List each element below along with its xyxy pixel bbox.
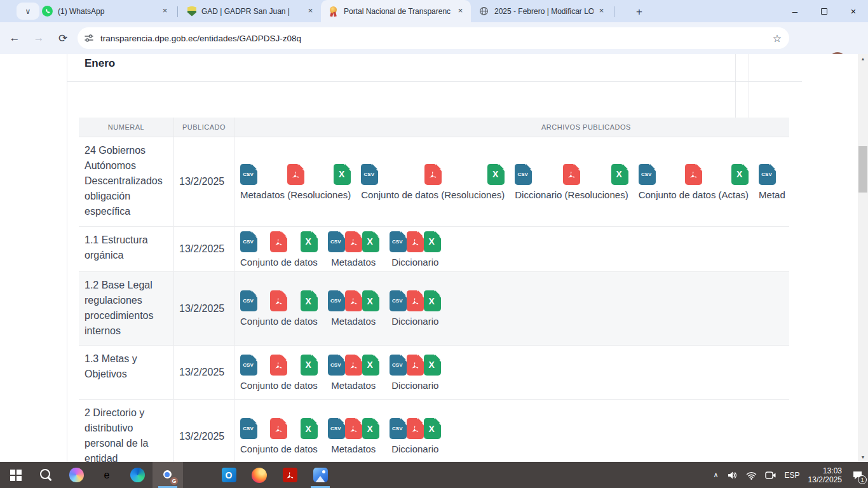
file-group-label[interactable]: Metadatos xyxy=(328,380,379,391)
clock[interactable]: 13:03 13/2/2025 xyxy=(808,466,842,484)
xls-file-icon[interactable]: X xyxy=(424,290,441,311)
taskbar-acrobat[interactable] xyxy=(275,462,305,488)
pdf-file-icon[interactable] xyxy=(270,355,287,376)
pdf-file-icon[interactable] xyxy=(424,164,442,185)
csv-file-icon[interactable]: CSV xyxy=(759,164,776,185)
tab-close-icon[interactable]: × xyxy=(455,6,466,17)
meet-now-camera-icon[interactable] xyxy=(765,471,776,480)
browser-tab[interactable]: 2025 - Febrero | Modificar LOTA× xyxy=(471,0,612,22)
taskbar-photos[interactable] xyxy=(305,462,336,488)
taskbar-search[interactable] xyxy=(31,462,61,488)
csv-file-icon[interactable]: CSV xyxy=(390,418,407,439)
pdf-file-icon[interactable] xyxy=(287,164,304,185)
taskbar-chrome[interactable]: G xyxy=(153,462,183,488)
taskbar-edge[interactable] xyxy=(122,462,153,488)
file-group-label[interactable]: Diccionario xyxy=(390,380,441,391)
csv-file-icon[interactable]: CSV xyxy=(328,418,345,439)
pdf-file-icon[interactable] xyxy=(270,418,287,439)
back-button[interactable]: ← xyxy=(5,29,24,48)
xls-file-icon[interactable]: X xyxy=(487,164,505,185)
pdf-file-icon[interactable] xyxy=(270,290,287,311)
reload-button[interactable]: ⟳ xyxy=(53,29,72,48)
csv-file-icon[interactable]: CSV xyxy=(328,355,345,376)
csv-file-icon[interactable]: CSV xyxy=(328,231,345,252)
volume-icon[interactable] xyxy=(727,470,738,480)
file-group-label[interactable]: Metadatos xyxy=(328,316,379,327)
csv-file-icon[interactable]: CSV xyxy=(390,355,407,376)
file-group-label[interactable]: Conjunto de datos (Actas) xyxy=(639,189,749,200)
taskbar-start[interactable] xyxy=(0,462,31,488)
csv-file-icon[interactable]: CSV xyxy=(390,290,407,311)
forward-button[interactable]: → xyxy=(29,29,48,48)
taskbar-file-explorer[interactable] xyxy=(183,462,214,488)
pdf-file-icon[interactable] xyxy=(685,164,702,185)
pdf-file-icon[interactable] xyxy=(270,231,287,252)
xls-file-icon[interactable]: X xyxy=(362,290,379,311)
language-indicator[interactable]: ESP xyxy=(785,471,800,480)
taskbar-copilot[interactable] xyxy=(61,462,92,488)
pdf-file-icon[interactable] xyxy=(345,355,362,376)
csv-file-icon[interactable]: CSV xyxy=(390,231,407,252)
pdf-file-icon[interactable] xyxy=(407,355,424,376)
scroll-up-icon[interactable]: ▲ xyxy=(858,54,868,64)
pdf-file-icon[interactable] xyxy=(345,290,362,311)
file-group-label[interactable]: Metad xyxy=(759,189,785,200)
xls-file-icon[interactable]: X xyxy=(362,231,379,252)
close-window-button[interactable]: × xyxy=(839,0,868,22)
xls-file-icon[interactable]: X xyxy=(301,418,318,439)
file-group-label[interactable]: Conjunto de datos xyxy=(240,444,318,454)
action-center-icon[interactable]: 1 xyxy=(850,468,864,482)
bookmark-star-icon[interactable]: ☆ xyxy=(773,32,782,44)
xls-file-icon[interactable]: X xyxy=(301,290,318,311)
pdf-file-icon[interactable] xyxy=(407,290,424,311)
csv-file-icon[interactable]: CSV xyxy=(240,418,257,439)
xls-file-icon[interactable]: X xyxy=(424,231,441,252)
file-group-label[interactable]: Metadatos xyxy=(328,257,379,268)
file-group-label[interactable]: Conjunto de datos xyxy=(240,380,318,391)
xls-file-icon[interactable]: X xyxy=(731,164,749,185)
browser-tab[interactable]: Portal Nacional de Transparenc× xyxy=(321,0,471,22)
file-group-label[interactable]: Metadatos (Resoluciones) xyxy=(240,189,351,200)
file-group-label[interactable]: Conjunto de datos xyxy=(240,316,318,327)
taskbar-firefox[interactable] xyxy=(244,462,275,488)
pdf-file-icon[interactable] xyxy=(407,418,424,439)
address-bar[interactable]: transparencia.dpe.gob.ec/entidades/GADPD… xyxy=(78,27,789,49)
site-settings-icon[interactable] xyxy=(84,33,94,43)
file-group-label[interactable]: Diccionario xyxy=(390,444,441,454)
xls-file-icon[interactable]: X xyxy=(334,164,351,185)
tray-chevron-up-icon[interactable]: ∧ xyxy=(714,471,719,479)
wifi-icon[interactable] xyxy=(746,470,757,480)
xls-file-icon[interactable]: X xyxy=(362,355,379,376)
xls-file-icon[interactable]: X xyxy=(301,231,318,252)
file-group-label[interactable]: Metadatos xyxy=(328,444,379,454)
file-group-label[interactable]: Diccionario xyxy=(390,257,441,268)
csv-file-icon[interactable]: CSV xyxy=(240,290,257,311)
scroll-down-icon[interactable]: ▼ xyxy=(858,452,868,462)
xls-file-icon[interactable]: X xyxy=(611,164,628,185)
xls-file-icon[interactable]: X xyxy=(424,355,441,376)
file-group-label[interactable]: Conjunto de datos (Resoluciones) xyxy=(361,189,505,200)
minimize-button[interactable]: – xyxy=(780,0,810,22)
scrollbar-thumb[interactable] xyxy=(858,146,867,193)
pdf-file-icon[interactable] xyxy=(345,231,362,252)
csv-file-icon[interactable]: CSV xyxy=(328,290,345,311)
page-scrollbar[interactable]: ▲ ▼ xyxy=(858,54,868,462)
xls-file-icon[interactable]: X xyxy=(301,355,318,376)
csv-file-icon[interactable]: CSV xyxy=(515,164,532,185)
file-group-label[interactable]: Conjunto de datos xyxy=(240,257,318,268)
xls-file-icon[interactable]: X xyxy=(362,418,379,439)
maximize-button[interactable] xyxy=(810,0,839,22)
csv-file-icon[interactable]: CSV xyxy=(240,231,257,252)
pdf-file-icon[interactable] xyxy=(563,164,580,185)
new-tab-button[interactable]: + xyxy=(632,4,647,20)
csv-file-icon[interactable]: CSV xyxy=(639,164,656,185)
url-text[interactable]: transparencia.dpe.gob.ec/entidades/GADPD… xyxy=(100,34,773,43)
tab-close-icon[interactable]: × xyxy=(596,6,607,17)
taskbar-outlook[interactable]: O xyxy=(214,462,244,488)
csv-file-icon[interactable]: CSV xyxy=(240,164,257,185)
csv-file-icon[interactable]: CSV xyxy=(361,164,378,185)
pdf-file-icon[interactable] xyxy=(345,418,362,439)
browser-tab[interactable]: GAD | GADPR San Juan |× xyxy=(180,0,321,22)
tab-close-icon[interactable]: × xyxy=(305,6,316,17)
file-group-label[interactable]: Diccionario xyxy=(390,316,441,327)
